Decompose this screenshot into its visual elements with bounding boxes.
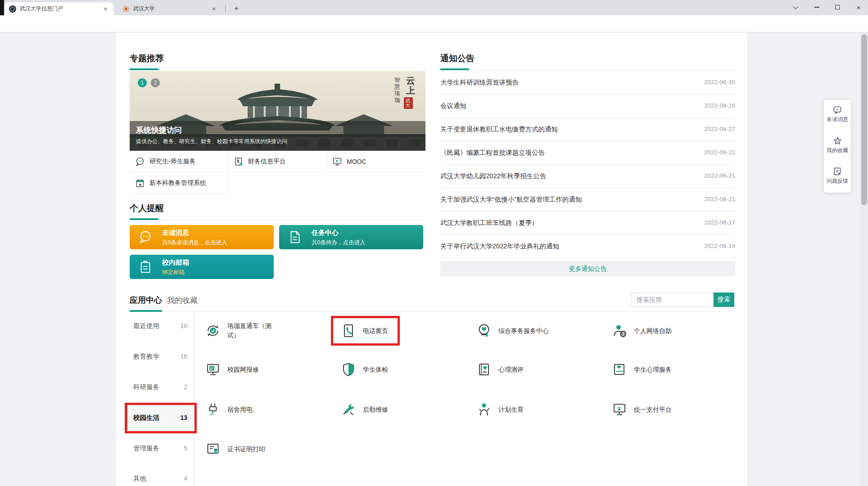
- svg-text:慧: 慧: [394, 83, 400, 90]
- category-management[interactable]: 管理服务5: [126, 436, 194, 461]
- banner-title: 系统快捷访问: [136, 125, 419, 135]
- svg-text:智: 智: [394, 76, 400, 83]
- search-button[interactable]: 搜索: [714, 292, 734, 307]
- app-psych-test[interactable]: 心理测评: [476, 359, 524, 380]
- yuan-card-icon: ¥: [234, 157, 244, 166]
- app-certificate-print[interactable]: 证书证明打印: [205, 438, 265, 460]
- portal-favicon-icon: [9, 5, 16, 13]
- svg-text:大: 大: [406, 103, 410, 108]
- notice-date: 2022-06-14: [704, 243, 735, 249]
- tab-my-favorites[interactable]: 我的收藏: [167, 295, 198, 306]
- notice-link[interactable]: 关于加强武汉大学“低慢小”航空器管理工作的通知: [440, 195, 582, 204]
- notice-link[interactable]: 武汉大学幼儿园2022年秋季招生公告: [440, 172, 546, 180]
- card-campus-mail[interactable]: 校内邮箱 绑定邮箱: [130, 255, 274, 279]
- svg-text:✱: ✱: [139, 182, 141, 186]
- svg-text:¥: ¥: [618, 405, 621, 412]
- refresh-check-icon: [205, 323, 221, 339]
- notice-row[interactable]: 武汉大学教职工班车线路（夏季）2022-06-17: [440, 212, 735, 235]
- carousel-dot-2[interactable]: 2: [151, 78, 160, 87]
- notice-row[interactable]: 大学生科研训练营首讲预告2022-06-30: [440, 71, 735, 94]
- power-plug-icon: [205, 401, 221, 418]
- notice-row[interactable]: 会议通知2022-06-28: [440, 94, 735, 118]
- app-network-selfservice[interactable]: 个人网络自助: [611, 320, 672, 342]
- notice-row[interactable]: 《民藏》编纂工程首批课题立项公告2022-06-22: [440, 141, 735, 165]
- card-subtitle: 共0条未读消息，点击进入: [162, 239, 227, 247]
- quick-link-mooc[interactable]: MOOC: [327, 151, 425, 172]
- svg-text:上: 上: [406, 86, 415, 95]
- scrollbar-thumb[interactable]: [861, 34, 867, 205]
- notice-link[interactable]: 大学生科研训练营首讲预告: [440, 78, 519, 87]
- app-center-underline: [130, 310, 162, 312]
- carousel-pagination: 1 2: [138, 78, 160, 87]
- tab-whu[interactable]: 武汉大学 ×: [118, 2, 222, 15]
- browser-chrome: 武汉大学信息门户 × 武汉大学 × + × ← → ⟳ ehall.whu.ed…: [0, 0, 868, 32]
- wrench-icon: [340, 401, 357, 418]
- category-recent[interactable]: 最近使用10: [126, 313, 194, 338]
- search-input[interactable]: [632, 292, 714, 307]
- app-payment-platform[interactable]: ¥ 统一支付平台: [611, 399, 672, 420]
- notice-link[interactable]: 关于举行武汉大学2022年毕业典礼的通知: [440, 242, 559, 251]
- app-luojia-express[interactable]: 珞珈直通车（测试）: [205, 320, 273, 342]
- app-center-divider: [130, 311, 735, 312]
- promo-banner[interactable]: 云 上 智 慧 珞 珈 武 大 1 2 系统快捷访问 提供办公、教务、研究生、财…: [130, 71, 425, 151]
- app-phone-directory[interactable]: 电话黄页: [340, 320, 388, 342]
- notices-title: 通知公告: [440, 53, 475, 64]
- tab-whu-portal[interactable]: 武汉大学信息门户 ×: [5, 2, 114, 15]
- category-education[interactable]: 教育教学16: [126, 344, 194, 369]
- reminders-title: 个人提醒: [130, 202, 164, 214]
- category-research[interactable]: 科研服务2: [126, 374, 194, 400]
- app-family-planning[interactable]: 计划生育: [476, 399, 524, 420]
- message-bubble-icon: [833, 106, 841, 114]
- notice-link[interactable]: 武汉大学教职工班车线路（夏季）: [440, 219, 538, 227]
- banner-subtitle: 提供办公、教务、研究生、财务、校园卡等常用系统的快捷访问: [136, 138, 419, 145]
- notice-row[interactable]: 武汉大学幼儿园2022年秋季招生公告2022-06-21: [440, 165, 735, 188]
- notice-date: 2022-06-22: [704, 149, 735, 156]
- card-unread-messages[interactable]: 未读消息 共0条未读消息，点击进入: [130, 225, 274, 249]
- notice-link[interactable]: 会议通知: [440, 102, 466, 110]
- notice-link[interactable]: 关于变更退休教职工水电缴费方式的通知: [440, 125, 558, 134]
- category-campus-life[interactable]: 校园生活13: [126, 405, 194, 430]
- notice-row[interactable]: 关于加强武汉大学“低慢小”航空器管理工作的通知2022-06-21: [440, 188, 735, 212]
- notice-link[interactable]: 《民藏》编纂工程首批课题立项公告: [440, 148, 545, 157]
- app-dorm-electricity[interactable]: 宿舍用电: [205, 399, 253, 420]
- app-affairs-center[interactable]: 综合事务服务中心: [476, 320, 549, 342]
- certificate-icon: [205, 441, 221, 457]
- svg-text:珞: 珞: [394, 90, 400, 97]
- floating-quick-panel: 未读消息 我的收藏 问题反馈: [824, 100, 851, 193]
- carousel-dot-1[interactable]: 1: [138, 78, 147, 87]
- window-close-icon[interactable]: ×: [850, 1, 868, 14]
- tab-close-icon[interactable]: ×: [101, 5, 109, 13]
- category-other[interactable]: 其他4: [126, 466, 194, 486]
- banner-overlay: 系统快捷访问 提供办公、教务、研究生、财务、校园卡等常用系统的快捷访问: [130, 121, 425, 151]
- quick-link-finance[interactable]: ¥ 财务信息平台: [228, 151, 327, 172]
- app-logistics-repair[interactable]: 后勤维修: [340, 399, 388, 420]
- clipboard-mail-icon: [138, 259, 153, 274]
- quick-link-new-edu-system[interactable]: ✱ 新本科教务管理系统: [130, 172, 228, 194]
- more-notices-button[interactable]: 更多通知公告: [440, 261, 735, 276]
- phone-icon: [340, 323, 357, 339]
- notice-row[interactable]: 关于举行武汉大学2022年毕业典礼的通知2022-06-14: [440, 235, 735, 258]
- notice-date: 2022-06-21: [704, 196, 735, 202]
- float-feedback[interactable]: 问题反馈: [824, 167, 851, 185]
- app-psych-service[interactable]: 学生心理服务: [611, 359, 672, 380]
- app-student-physical[interactable]: 学生体检: [340, 359, 388, 380]
- new-tab-button[interactable]: +: [231, 3, 242, 14]
- quick-link-grad-service[interactable]: 研究生-师生服务: [130, 151, 228, 172]
- card-task-center[interactable]: 任务中心 共0条待办，点击进入: [279, 225, 423, 249]
- window-minimize-icon[interactable]: [808, 1, 826, 14]
- reminders-underline: [130, 218, 158, 220]
- tab-app-center[interactable]: 应用中心: [130, 295, 162, 306]
- notice-row[interactable]: 关于变更退休教职工水电缴费方式的通知2022-06-27: [440, 118, 735, 141]
- window-restore-icon[interactable]: [828, 1, 846, 14]
- app-campus-net-repair[interactable]: IT 校园网报修: [205, 359, 259, 380]
- svg-text:¥: ¥: [237, 158, 240, 163]
- feedback-note-icon: [834, 167, 841, 176]
- float-unread-messages[interactable]: 未读消息: [824, 106, 851, 123]
- card-subtitle: 共0条待办，点击进入: [312, 239, 365, 247]
- notices-underline: [440, 68, 469, 70]
- tab-close-icon[interactable]: ×: [210, 5, 218, 13]
- heart-book-icon: [476, 361, 492, 378]
- window-dropdown-icon[interactable]: [787, 1, 805, 14]
- card-title: 校内邮箱: [162, 258, 189, 267]
- float-my-favorites[interactable]: 我的收藏: [824, 137, 851, 154]
